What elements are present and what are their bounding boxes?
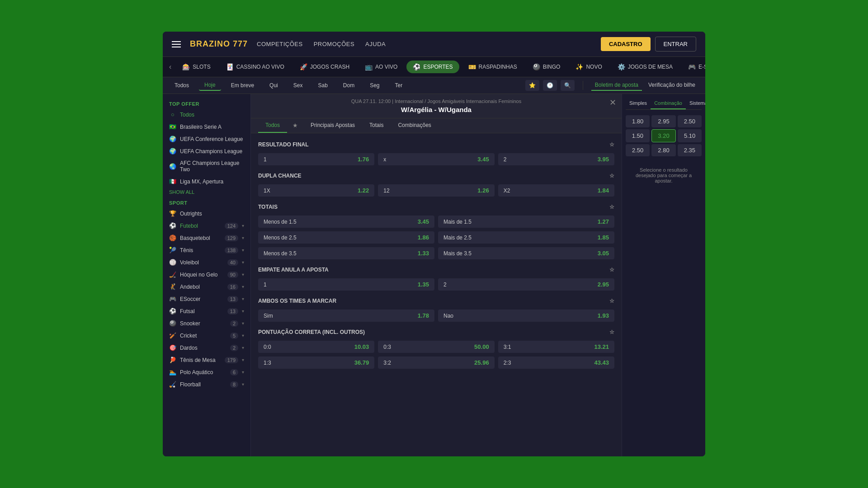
bet-option-mais-3-5[interactable]: Mais de 3.5 3.05: [438, 247, 614, 259]
resultado-star[interactable]: ☆: [609, 141, 614, 148]
filter-em-breve[interactable]: Em breve: [226, 80, 259, 90]
bet-option-0-3[interactable]: 0:3 50.00: [378, 341, 494, 353]
filter-sab[interactable]: Sab: [312, 80, 333, 90]
sidebar-item-snooker[interactable]: 🎱 Snooker 2 ▾: [163, 317, 250, 329]
sidebar-item-tenis[interactable]: 🎾 Tênis 138 ▾: [163, 244, 250, 256]
sidebar-item-andebol[interactable]: 🤾 Andebol 16 ▾: [163, 281, 250, 293]
bet-slip-combinacao[interactable]: Combinação: [651, 98, 686, 109]
match-detail-tab-principais[interactable]: Principais Apostas: [303, 118, 362, 133]
tab-crash[interactable]: 🚀 JOGOS CRASH: [293, 61, 356, 73]
bet-option-3-2[interactable]: 3:2 25.96: [378, 357, 494, 369]
nav-ajuda[interactable]: AJUDA: [365, 41, 386, 47]
bet-option-12[interactable]: 12 1.26: [378, 184, 494, 197]
odds-btn-2-50[interactable]: 2.50: [678, 115, 702, 127]
odds-btn-2-95[interactable]: 2.95: [651, 115, 675, 127]
sidebar-item-polo[interactable]: 🏊 Polo Aquático 6 ▾: [163, 366, 250, 378]
bet-option-mais-1-5[interactable]: Mais de 1.5 1.27: [438, 216, 614, 228]
odds-btn-1-50[interactable]: 1.50: [626, 129, 650, 142]
sidebar-item-outrights[interactable]: 🏆 Outrights: [163, 207, 250, 220]
tab-esports[interactable]: 🎮 E-SPORTS: [682, 61, 705, 73]
bet-option-1-3[interactable]: 1:3 36.79: [258, 357, 374, 369]
bet-option-3-1[interactable]: 3:1 13.21: [498, 341, 614, 353]
sidebar-item-esoccer[interactable]: 🎮 ESoccer 13 ▾: [163, 293, 250, 305]
pontuacao-star[interactable]: ☆: [609, 329, 614, 335]
tab-cassino[interactable]: 🃏 CASSINO AO VIVO: [220, 61, 291, 73]
sidebar-item-cricket[interactable]: 🏏 Cricket 5 ▾: [163, 329, 250, 342]
odds-btn-5-10[interactable]: 5.10: [678, 129, 702, 142]
ambos-star[interactable]: ☆: [609, 298, 614, 304]
filter-hoje[interactable]: Hoje: [199, 80, 221, 91]
bet-option-mais-2-5[interactable]: Mais de 2.5 1.85: [438, 231, 614, 244]
filter-icon-clock[interactable]: 🕐: [543, 80, 557, 91]
match-detail-tab-todos[interactable]: Todos: [258, 118, 287, 133]
bet-option-sim[interactable]: Sim 1.78: [258, 310, 434, 322]
show-all-button[interactable]: SHOW ALL: [163, 188, 250, 197]
tab-bingo[interactable]: 🎱 BINGO: [526, 61, 567, 73]
filter-ter[interactable]: Ter: [390, 80, 408, 90]
bet-option-x[interactable]: x 3.45: [378, 153, 494, 165]
sidebar-item-basquetebol[interactable]: 🏀 Basquetebol 129 ▾: [163, 232, 250, 244]
sidebar-item-futebol[interactable]: ⚽ Futebol 124 ▾: [163, 220, 250, 232]
tabs-prev-arrow[interactable]: ‹: [167, 63, 173, 71]
bet-option-0-0[interactable]: 0:0 10.03: [258, 341, 374, 353]
bet-option-2-3[interactable]: 2:3 43.43: [498, 357, 614, 369]
filter-sex[interactable]: Sex: [288, 80, 308, 90]
bet-option-menos-3-5[interactable]: Menos de 3.5 1.33: [258, 247, 434, 259]
close-match-detail-icon[interactable]: ✕: [609, 98, 616, 108]
tab-novo[interactable]: ✨ NOVO: [569, 61, 608, 73]
sidebar-item-liga-mx[interactable]: 🇲🇽 Liga MX, Apertura: [163, 175, 250, 188]
bet-option-x2[interactable]: X2 1.84: [498, 184, 614, 197]
totais-star[interactable]: ☆: [609, 204, 614, 210]
sidebar-item-dardos[interactable]: 🎯 Dardos 2 ▾: [163, 342, 250, 354]
match-detail-tab-star[interactable]: ★: [287, 118, 303, 133]
bet-option-nao[interactable]: Nao 1.93: [438, 310, 614, 322]
bet-option-menos-2-5[interactable]: Menos de 2.5 1.86: [258, 231, 434, 244]
filter-seg[interactable]: Seg: [364, 80, 385, 90]
bet-option-1x[interactable]: 1X 1.22: [258, 184, 374, 197]
sidebar-item-conference[interactable]: 🌍 UEFA Conference League: [163, 133, 250, 145]
bet-option-menos-1-5[interactable]: Menos de 1.5 3.45: [258, 216, 434, 228]
sidebar-item-champions[interactable]: 🌍 UEFA Champions League: [163, 145, 250, 157]
empate-star[interactable]: ☆: [609, 267, 614, 273]
bet-option-1[interactable]: 1 1.76: [258, 153, 374, 165]
sidebar-item-tenis-mesa[interactable]: 🏓 Tênis de Mesa 179 ▾: [163, 354, 250, 366]
filter-dom[interactable]: Dom: [338, 80, 360, 90]
nav-promocoes[interactable]: PROMOÇÕES: [314, 41, 354, 47]
bet-option-empate-2[interactable]: 2 2.95: [438, 278, 614, 291]
sidebar-item-futsal[interactable]: ⚽ Futsal 13 ▾: [163, 305, 250, 317]
dupla-star[interactable]: ☆: [609, 173, 614, 179]
sidebar-item-voleibol[interactable]: 🏐 Voleibol 40 ▾: [163, 256, 250, 268]
tab-ao-vivo[interactable]: 📺 AO VIVO: [359, 61, 404, 73]
odds-btn-1-80[interactable]: 1.80: [626, 115, 650, 127]
bet-slip-simples[interactable]: Simples: [626, 98, 651, 109]
bet-slip-tab-boletim[interactable]: Boletim de aposta: [591, 80, 642, 91]
cadastro-button[interactable]: CADASTRO: [601, 37, 651, 51]
bet-slip-tab-verificacao[interactable]: Verificação do bilhe: [645, 80, 699, 91]
entrar-button[interactable]: ENTRAR: [655, 37, 696, 52]
match-detail-tab-totais[interactable]: Totais: [362, 118, 391, 133]
filter-icon-star[interactable]: ⭐: [525, 80, 539, 91]
tab-esportes[interactable]: ⚽ ESPORTES: [406, 61, 459, 73]
bet-slip-sistema[interactable]: Sistema: [686, 98, 705, 109]
tab-raspadinhas[interactable]: 🎫 RASPADINHAS: [462, 61, 524, 73]
filter-icon-search[interactable]: 🔍: [561, 80, 575, 91]
odds-btn-2-35[interactable]: 2.35: [678, 144, 702, 156]
sidebar-item-afc[interactable]: 🌏 AFC Champions League Two: [163, 157, 250, 175]
match-detail-tab-combinacoes[interactable]: Combinações: [391, 118, 438, 133]
bet-option-empate-1[interactable]: 1 1.35: [258, 278, 434, 291]
odds-btn-2-50b[interactable]: 2.50: [626, 144, 650, 156]
sidebar-liga-mx-label: Liga MX, Apertura: [180, 178, 244, 185]
sidebar-item-floorball[interactable]: 🏑 Floorball 8 ▾: [163, 378, 250, 390]
filter-qui[interactable]: Qui: [264, 80, 283, 90]
sidebar-item-hoquei[interactable]: 🏒 Hóquei no Gelo 90 ▾: [163, 268, 250, 281]
nav-competicoes[interactable]: COMPETIÇÕES: [257, 41, 303, 47]
tab-mesa[interactable]: ⚙️ JOGOS DE MESA: [611, 61, 679, 73]
odds-btn-2-80[interactable]: 2.80: [651, 144, 675, 156]
filter-todos[interactable]: Todos: [169, 80, 194, 90]
hamburger-menu[interactable]: [172, 41, 181, 47]
odds-btn-3-20[interactable]: 3.20: [651, 129, 676, 142]
bet-option-2[interactable]: 2 3.95: [498, 153, 614, 165]
sidebar-item-todos[interactable]: ○ Todos: [163, 108, 250, 121]
tab-slots[interactable]: 🎰 SLOTS: [176, 61, 217, 73]
sidebar-item-brasileiro[interactable]: 🇧🇷 Brasileiro Serie A: [163, 121, 250, 133]
